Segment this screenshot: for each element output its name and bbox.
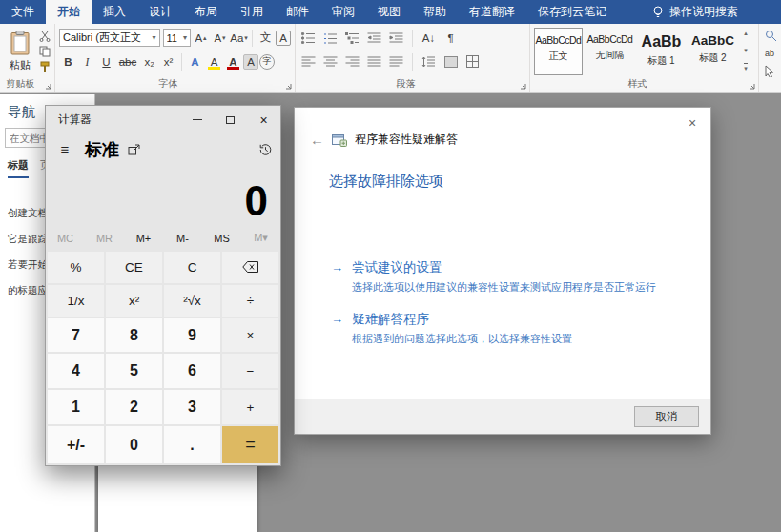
decrease-indent-icon[interactable] [365,29,383,47]
seven-key[interactable]: 7 [48,318,104,353]
italic-button[interactable]: I [78,52,96,71]
underline-button[interactable]: U [97,52,115,71]
multiply-key[interactable]: × [222,318,278,353]
tab-mailings[interactable]: 邮件 [275,0,320,24]
add-key[interactable]: + [222,390,278,424]
tab-home[interactable]: 开始 [46,0,92,24]
align-right-icon[interactable] [343,52,361,71]
tab-view[interactable]: 视图 [366,0,412,24]
eight-key[interactable]: 8 [106,318,162,353]
cancel-button[interactable]: 取消 [634,406,699,427]
tell-me-search[interactable]: 操作说明搜索 [652,0,738,24]
styles-scroll-up-icon[interactable]: ▴ [744,30,748,36]
align-left-icon[interactable] [299,52,318,71]
nine-key[interactable]: 9 [164,318,220,353]
percent-key[interactable]: % [48,252,104,283]
tab-review[interactable]: 审阅 [320,0,366,24]
memory-recall-button[interactable]: MR [85,231,124,244]
distribute-text-icon[interactable] [387,52,405,71]
maximize-button[interactable] [214,106,247,133]
six-key[interactable]: 6 [164,354,220,388]
option-try-recommended-link[interactable]: → 尝试建议的设置 [331,259,710,276]
zero-key[interactable]: 0 [106,426,162,463]
grow-font-button[interactable]: A▴ [192,29,210,47]
bullets-icon[interactable] [299,29,318,47]
style-normal[interactable]: AaBbCcDd 正文 [534,28,583,75]
close-button[interactable]: × [247,106,280,133]
style-heading-2[interactable]: AaBbC 标题 2 [689,28,737,75]
tab-help[interactable]: 帮助 [412,0,458,24]
memory-store-button[interactable]: MS [202,231,241,244]
two-key[interactable]: 2 [106,390,162,424]
clear-entry-key[interactable]: CE [106,252,162,283]
keep-on-top-icon[interactable] [128,144,140,155]
memory-flyout-button[interactable]: M▾ [241,230,280,244]
select-button[interactable] [765,65,777,77]
line-spacing-icon[interactable] [420,52,438,71]
tab-youdao-translate[interactable]: 有道翻译 [458,0,526,24]
sort-icon[interactable]: A↓ [420,29,438,47]
hamburger-menu-icon[interactable]: ≡ [53,141,76,157]
document-page[interactable] [98,465,257,532]
tab-design[interactable]: 设计 [137,0,183,24]
styles-dialog-launcher-icon[interactable] [749,83,755,90]
highlight-color-button[interactable]: A [205,52,223,71]
reciprocal-key[interactable]: 1/x [48,285,104,317]
justify-icon[interactable] [365,52,383,71]
option-troubleshoot-program-link[interactable]: → 疑难解答程序 [331,311,710,328]
character-shading-button[interactable]: A [243,54,258,70]
cut-icon[interactable] [39,31,51,42]
tab-layout[interactable]: 布局 [183,0,229,24]
show-formatting-marks-icon[interactable]: ¶ [442,29,460,47]
enclose-characters-button[interactable]: 字 [259,54,275,70]
minimize-button[interactable] [180,106,214,133]
font-dialog-launcher-icon[interactable] [285,83,292,90]
equals-key[interactable]: = [222,426,278,463]
nav-tab-headings[interactable]: 标题 [8,158,29,178]
text-effects-button[interactable]: A [186,52,204,71]
change-case-button[interactable]: Aa▾ [230,29,248,47]
square-key[interactable]: x² [106,285,162,317]
replace-button[interactable]: ab [765,49,777,58]
align-center-icon[interactable] [321,52,339,71]
decimal-key[interactable]: . [164,426,220,463]
clear-key[interactable]: C [164,252,220,283]
style-heading-1[interactable]: AaBb 标题 1 [637,28,686,75]
subscript-button[interactable]: x₂ [140,52,158,71]
phonetic-guide-button[interactable]: 文 [257,29,275,47]
divide-key[interactable]: ÷ [222,285,278,317]
one-key[interactable]: 1 [48,390,104,424]
style-no-spacing[interactable]: AaBbCcDd 无间隔 [586,28,634,75]
bold-button[interactable]: B [59,52,77,71]
tab-save-to-cloud-notes[interactable]: 保存到云笔记 [526,0,618,24]
font-family-select[interactable]: Calibri (西文正文 ▾ [59,29,160,47]
paste-button[interactable]: 粘贴 [4,27,36,77]
five-key[interactable]: 5 [106,354,162,388]
increase-indent-icon[interactable] [387,29,405,47]
memory-subtract-button[interactable]: M- [163,231,202,244]
shrink-font-button[interactable]: A▾ [211,29,229,47]
four-key[interactable]: 4 [48,354,104,388]
borders-icon[interactable] [463,52,482,71]
find-button[interactable] [765,30,777,42]
back-arrow-icon[interactable]: ← [310,132,324,148]
memory-add-button[interactable]: M+ [124,231,163,244]
tab-file[interactable]: 文件 [0,0,46,24]
font-color-button[interactable]: A [224,52,242,71]
multilevel-list-icon[interactable] [343,29,361,47]
dialog-close-icon[interactable]: × [683,114,702,132]
calculator-title-bar[interactable]: 计算器 × [46,106,280,133]
font-size-select[interactable]: 11 ▾ [163,29,191,47]
superscript-button[interactable]: x² [159,52,177,71]
backspace-key[interactable] [222,252,278,283]
three-key[interactable]: 3 [164,390,220,424]
history-icon[interactable] [258,143,273,156]
styles-more-icon[interactable]: ▾ [744,63,748,72]
subtract-key[interactable]: − [222,354,278,388]
styles-scroll-down-icon[interactable]: ▾ [744,47,748,53]
copy-icon[interactable] [39,46,51,57]
tab-insert[interactable]: 插入 [92,0,137,24]
square-root-key[interactable]: ²√x [164,285,220,317]
format-painter-icon[interactable] [39,61,51,72]
shading-icon[interactable] [442,52,460,71]
